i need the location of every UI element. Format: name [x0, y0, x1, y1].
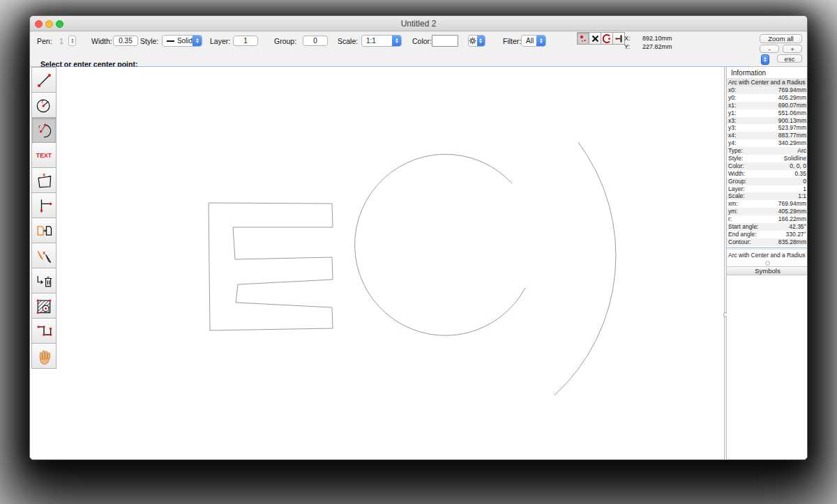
color-well[interactable] — [432, 35, 458, 47]
info-row-value: 1 — [803, 185, 806, 193]
info-row-value: 1:1 — [798, 192, 806, 200]
info-row: ym:405.29mm — [727, 208, 808, 215]
info-row-label: x4: — [728, 132, 736, 139]
group-field[interactable]: 0 — [303, 36, 328, 46]
paren-arc[interactable] — [555, 142, 616, 395]
info-row-label: Start angle: — [728, 223, 758, 231]
info-row-value: 883.77mm — [778, 132, 806, 139]
svg-text:x: x — [43, 171, 45, 176]
pen-stepper[interactable] — [68, 36, 76, 46]
info-row-value: 42.35° — [789, 223, 806, 231]
symbols-header[interactable]: Symbols — [727, 266, 808, 275]
modify-object-tool[interactable]: x — [31, 243, 56, 268]
settings-gear-button[interactable] — [468, 35, 485, 47]
layer-field[interactable]: 1 — [233, 36, 258, 46]
copy-object-icon — [34, 221, 54, 240]
width-field[interactable]: 0.35 — [113, 36, 138, 46]
info-row-value: 690.07mm — [778, 102, 806, 109]
text-tool[interactable]: TEXT — [31, 142, 56, 168]
style-value: Solid — [177, 37, 193, 45]
scale-value: 1:1 — [366, 37, 376, 45]
line-tool[interactable] — [31, 67, 56, 93]
info-row-value: Arc — [797, 147, 806, 155]
info-row-label: Width: — [728, 170, 745, 178]
info-row-label: End angle: — [728, 231, 757, 238]
drawing-canvas[interactable] — [31, 67, 724, 460]
info-row-value: 769.94mm — [778, 86, 806, 94]
snap-tangent-button[interactable] — [601, 32, 613, 45]
zoom-out-button[interactable]: - — [760, 45, 779, 53]
info-row-label: Color: — [728, 162, 744, 170]
group-label: Group: — [274, 36, 296, 47]
style-label: Style: — [140, 36, 158, 47]
info-row-label: y4: — [728, 139, 736, 147]
window-title: Untitled 2 — [30, 19, 807, 29]
layer-label: Layer: — [210, 36, 230, 47]
info-row: y0:405.29mm — [727, 94, 808, 102]
info-rows: x0:769.94mmy0:405.29mmx1:690.07mmy1:551.… — [727, 86, 808, 246]
snap-tangent-icon — [603, 34, 612, 43]
info-row-label: y0: — [728, 94, 736, 102]
copy-object-tool[interactable] — [31, 217, 56, 243]
info-row-label: xm: — [728, 200, 738, 208]
chevron-updown-icon — [477, 36, 485, 46]
quad-dimension-tool[interactable]: x — [31, 167, 56, 193]
chevron-updown-icon — [536, 35, 545, 47]
zoom-all-button[interactable]: Zoom all — [760, 34, 802, 43]
coord-x-label: X: — [624, 35, 631, 42]
esc-button[interactable]: esc — [777, 54, 802, 63]
titlebar[interactable]: Untitled 2 — [30, 16, 807, 31]
info-row-value: 0.35 — [794, 170, 806, 178]
snap-perpendicular-button[interactable] — [612, 32, 625, 45]
info-row-value: 769.94mm — [778, 200, 806, 208]
symbols-grip-icon[interactable] — [765, 261, 770, 266]
info-row-label: x1: — [728, 102, 736, 109]
letter-e-outline[interactable] — [209, 203, 333, 330]
info-row-value: 835.28mm — [778, 238, 806, 246]
chevron-updown-icon — [193, 35, 202, 47]
info-row-label: y1: — [728, 109, 736, 117]
info-row-value: 523.97mm — [778, 124, 806, 132]
info-row: x0:769.94mm — [727, 86, 808, 94]
info-row-value: 330.27° — [786, 231, 806, 238]
hatch-tool[interactable] — [31, 293, 56, 319]
delete-object-tool[interactable] — [31, 268, 56, 293]
info-row-label: Layer: — [728, 185, 745, 193]
info-row: Style:Solidline — [727, 155, 808, 162]
filter-dropdown[interactable]: All — [521, 35, 546, 47]
info-row-value: 166.22mm — [778, 215, 806, 223]
c-arc[interactable] — [355, 154, 525, 335]
zoom-in-button[interactable]: + — [783, 45, 802, 53]
info-row-value: 340.29mm — [778, 139, 806, 147]
info-row: Scale:1:1 — [727, 192, 808, 200]
circle-radius-tool[interactable]: r — [31, 92, 56, 118]
quad-dimension-icon: x — [34, 171, 54, 190]
snap-points-button[interactable] — [577, 32, 589, 45]
circle-radius-icon: r — [34, 96, 54, 115]
scale-dropdown[interactable]: 1:1 — [361, 35, 402, 47]
info-row-label: Group: — [728, 178, 746, 185]
snap-points-icon — [579, 34, 588, 43]
info-row: y4:340.29mm — [727, 139, 808, 147]
info-row-value: 405.29mm — [778, 208, 806, 215]
style-dropdown[interactable]: Solid — [162, 35, 202, 47]
info-row: Color:0, 0, 0 — [727, 162, 808, 170]
snap-delete-button[interactable] — [589, 32, 601, 45]
hand-icon — [34, 346, 54, 366]
info-row-label: Type: — [728, 147, 743, 155]
snap-perpendicular-icon — [614, 34, 624, 43]
width-label: Width: — [91, 36, 112, 47]
arc-radius-icon: r — [34, 121, 54, 140]
snap-mode-group — [578, 32, 625, 45]
info-row: Width:0.35 — [727, 170, 808, 178]
polyline-tool[interactable] — [31, 318, 56, 344]
pan-tool[interactable] — [31, 343, 56, 369]
svg-text:x: x — [43, 250, 45, 255]
info-row-label: Contour: — [728, 238, 751, 246]
info-row-value: 551.06mm — [778, 109, 806, 117]
arc-radius-tool[interactable]: r — [31, 117, 56, 143]
info-panel-subtitle: Arc with Center and a Radius — [727, 78, 808, 86]
history-stepper[interactable] — [761, 54, 769, 65]
info-row-value: 0 — [803, 178, 806, 185]
perpendicular-tool[interactable] — [31, 192, 56, 218]
